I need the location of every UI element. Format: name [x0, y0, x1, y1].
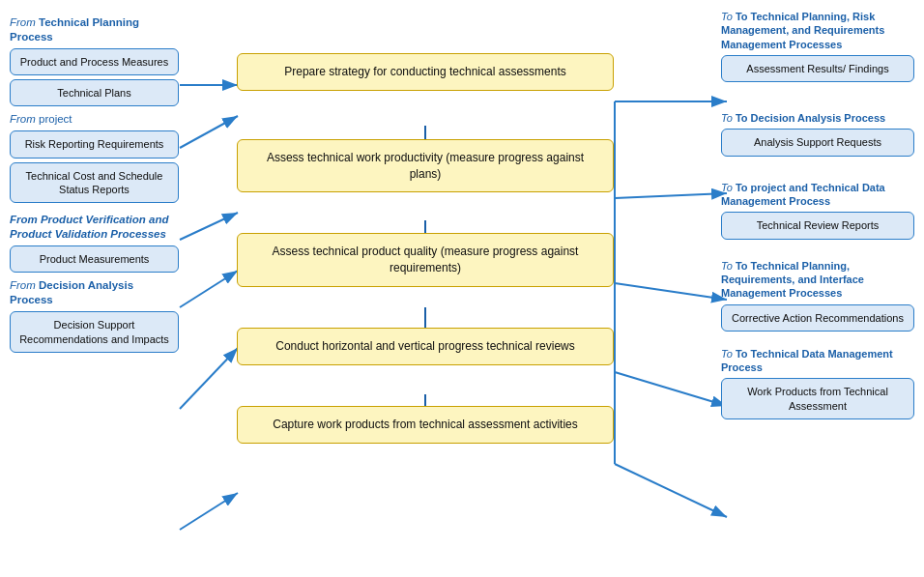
- svg-line-7: [180, 493, 238, 530]
- left-box-technical-plans: Technical Plans: [10, 79, 179, 106]
- center-box-2: Assess technical work productivity (meas…: [237, 139, 614, 193]
- center-box-5: Capture work products from technical ass…: [237, 406, 614, 444]
- from-technical-label: From Technical Planning Process: [10, 15, 179, 44]
- from-project-label: From project: [10, 112, 179, 127]
- svg-line-13: [615, 193, 727, 198]
- left-box-risk-reporting: Risk Reporting Requirements: [10, 130, 179, 158]
- left-box-product-process: Product and Process Measures: [10, 48, 179, 75]
- svg-line-4: [180, 213, 238, 240]
- svg-line-3: [180, 116, 238, 148]
- left-box-tech-cost: Technical Cost and Schedule Status Repor…: [10, 162, 179, 204]
- svg-line-6: [180, 348, 238, 409]
- center-box-4: Conduct horizontal and vertical progress…: [237, 328, 614, 365]
- right-box-work-products: Work Products from Technical Assessment: [721, 378, 914, 419]
- from-decision-label: From Decision Analysis Process: [10, 278, 179, 307]
- svg-line-15: [615, 372, 727, 406]
- to-technical-planning-label: To To Technical Planning, Risk Managemen…: [721, 10, 914, 51]
- svg-line-5: [180, 271, 238, 307]
- center-box-1: Prepare strategy for conducting technica…: [237, 53, 614, 91]
- left-box-decision-support: Decision Support Recommendations and Imp…: [10, 311, 179, 353]
- svg-line-14: [615, 283, 727, 300]
- to-interface-label: To To Technical Planning, Requirements, …: [721, 259, 914, 301]
- center-box-3: Assess technical product quality (measur…: [237, 233, 614, 287]
- right-box-technical-review: Technical Review Reports: [721, 212, 914, 239]
- left-column: From Technical Planning Process Product …: [10, 10, 179, 357]
- right-box-analysis-support: Analysis Support Requests: [721, 129, 914, 156]
- to-data-label: To To Technical Data Management Process: [721, 347, 914, 375]
- right-box-assessment-results: Assessment Results/ Findings: [721, 55, 914, 82]
- to-decision-label: To To Decision Analysis Process: [721, 111, 914, 125]
- to-project-label: To To project and Technical Data Managem…: [721, 181, 914, 209]
- center-column: Prepare strategy for conducting technica…: [237, 53, 614, 444]
- diagram: From Technical Planning Process Product …: [0, 0, 924, 577]
- right-box-corrective-action: Corrective Action Recommendations: [721, 304, 914, 332]
- left-box-product-measurements: Product Measurements: [10, 245, 179, 273]
- svg-line-16: [615, 464, 727, 517]
- right-column: To To Technical Planning, Risk Managemen…: [721, 10, 914, 423]
- from-verification-label: From Product Verification and Product Va…: [10, 213, 179, 242]
